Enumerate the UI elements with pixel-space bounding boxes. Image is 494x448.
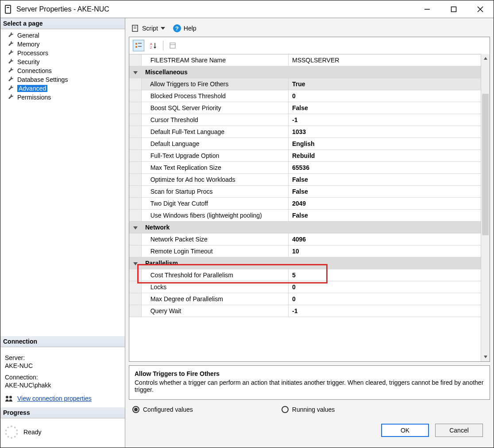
property-value[interactable]: 10: [289, 245, 481, 257]
row-gutter: [129, 269, 142, 281]
property-value[interactable]: 0: [289, 293, 481, 305]
property-value[interactable]: False: [289, 210, 481, 221]
page-item-general[interactable]: General: [0, 31, 125, 40]
title-bar: Server Properties - AKE-NUC: [0, 0, 494, 18]
pages-header: Select a page: [0, 18, 125, 29]
row-gutter: [129, 102, 142, 114]
row-gutter: [129, 305, 142, 317]
scroll-up-icon[interactable]: [481, 54, 490, 63]
property-row[interactable]: FILESTREAM Share NameMSSQLSERVER: [129, 54, 481, 66]
property-value[interactable]: [289, 66, 481, 78]
page-item-memory[interactable]: Memory: [0, 40, 125, 49]
alphabetical-button[interactable]: AZ: [148, 40, 159, 51]
row-gutter: [129, 90, 142, 102]
property-row[interactable]: Two Digit Year Cutoff2049: [129, 198, 481, 210]
scroll-down-icon[interactable]: [481, 352, 490, 361]
property-value[interactable]: -1: [289, 305, 481, 317]
property-name: Max Degree of Parallelism: [142, 293, 289, 305]
property-value[interactable]: 65536: [289, 162, 481, 173]
wrench-icon: [8, 67, 15, 74]
property-row[interactable]: Query Wait-1: [129, 305, 481, 317]
property-value[interactable]: [289, 222, 481, 233]
property-value[interactable]: False: [289, 174, 481, 185]
property-value[interactable]: True: [289, 78, 481, 90]
cancel-button[interactable]: Cancel: [435, 424, 483, 437]
property-row[interactable]: Default LanguageEnglish: [129, 138, 481, 150]
property-value[interactable]: -1: [289, 114, 481, 126]
view-connection-link[interactable]: View connection properties: [17, 395, 92, 402]
property-value[interactable]: 5: [289, 269, 481, 281]
page-item-security[interactable]: Security: [0, 57, 125, 66]
page-item-processors[interactable]: Processors: [0, 49, 125, 57]
ok-button[interactable]: OK: [381, 424, 429, 437]
property-value[interactable]: Rebuild: [289, 150, 481, 161]
svg-rect-17: [170, 43, 175, 48]
property-name: FILESTREAM Share Name: [142, 54, 289, 66]
svg-marker-16: [154, 47, 156, 49]
svg-marker-20: [484, 356, 487, 358]
property-name: Cursor Threshold: [142, 114, 289, 126]
property-value[interactable]: False: [289, 186, 481, 197]
property-name: Blocked Process Threshold: [142, 90, 289, 102]
progress-header: Progress: [0, 407, 125, 418]
page-item-connections[interactable]: Connections: [0, 66, 125, 75]
property-value[interactable]: English: [289, 138, 481, 149]
categorized-button[interactable]: [133, 40, 144, 51]
category-row[interactable]: Network: [129, 222, 481, 234]
help-button[interactable]: ? Help: [173, 24, 197, 32]
property-value[interactable]: 2049: [289, 198, 481, 209]
connection-value: AKE-NUC\phakk: [5, 382, 120, 389]
scroll-thumb[interactable]: [482, 94, 489, 235]
page-item-permissions[interactable]: Permissions: [0, 93, 125, 102]
wrench-icon: [8, 58, 15, 65]
svg-point-4: [6, 396, 8, 398]
property-row[interactable]: Optimize for Ad hoc WorkloadsFalse: [129, 174, 481, 186]
property-name: Miscellaneous: [142, 66, 289, 78]
property-row[interactable]: Allow Triggers to Fire OthersTrue: [129, 78, 481, 90]
property-pages-button[interactable]: [167, 40, 178, 51]
minimize-button[interactable]: [414, 0, 440, 18]
property-row[interactable]: Scan for Startup ProcsFalse: [129, 186, 481, 198]
property-value[interactable]: 0: [289, 281, 481, 293]
svg-rect-9: [135, 43, 137, 45]
toolbar-separator: [163, 41, 163, 50]
property-row[interactable]: Use Windows fibers (lightweight pooling)…: [129, 210, 481, 222]
row-gutter: [129, 198, 142, 209]
property-row[interactable]: Boost SQL Server PriorityFalse: [129, 102, 481, 114]
vertical-scrollbar[interactable]: [481, 54, 490, 361]
property-row[interactable]: Network Packet Size4096: [129, 234, 481, 245]
property-value[interactable]: 4096: [289, 234, 481, 245]
script-button[interactable]: Script: [131, 24, 165, 32]
property-name: Cost Threshold for Parallelism: [142, 269, 289, 281]
property-row[interactable]: Max Degree of Parallelism0: [129, 293, 481, 305]
category-row[interactable]: Parallelism: [129, 257, 481, 269]
close-button[interactable]: [467, 0, 494, 18]
property-row[interactable]: Locks0: [129, 281, 481, 293]
property-row[interactable]: Blocked Process Threshold0: [129, 90, 481, 102]
configured-values-radio[interactable]: Configured values: [132, 406, 193, 413]
property-value[interactable]: [289, 257, 481, 269]
maximize-button[interactable]: [440, 0, 467, 18]
running-values-radio[interactable]: Running values: [282, 406, 335, 413]
svg-rect-11: [135, 46, 137, 48]
row-gutter: [129, 114, 142, 126]
property-value[interactable]: MSSQLSERVER: [289, 54, 481, 66]
property-value[interactable]: 1033: [289, 126, 481, 138]
description-title: Allow Triggers to Fire Others: [135, 370, 484, 377]
page-item-advanced[interactable]: Advanced: [0, 84, 125, 93]
row-gutter: [129, 138, 142, 149]
category-row[interactable]: Miscellaneous: [129, 66, 481, 78]
property-value[interactable]: False: [289, 102, 481, 114]
row-gutter: [129, 162, 142, 173]
property-value[interactable]: 0: [289, 90, 481, 102]
property-row[interactable]: Max Text Replication Size65536: [129, 162, 481, 174]
grid-body: FILESTREAM Share NameMSSQLSERVERMiscella…: [129, 54, 481, 361]
property-row[interactable]: Cost Threshold for Parallelism5: [129, 269, 481, 281]
property-row[interactable]: Cursor Threshold-1: [129, 114, 481, 126]
page-item-database-settings[interactable]: Database Settings: [0, 75, 125, 84]
connection-section: Server: AKE-NUC Connection: AKE-NUC\phak…: [0, 347, 125, 407]
property-row[interactable]: Full-Text Upgrade OptionRebuild: [129, 150, 481, 162]
window-controls: [414, 0, 494, 18]
property-row[interactable]: Remote Login Timeout10: [129, 245, 481, 257]
property-row[interactable]: Default Full-Text Language1033: [129, 126, 481, 138]
